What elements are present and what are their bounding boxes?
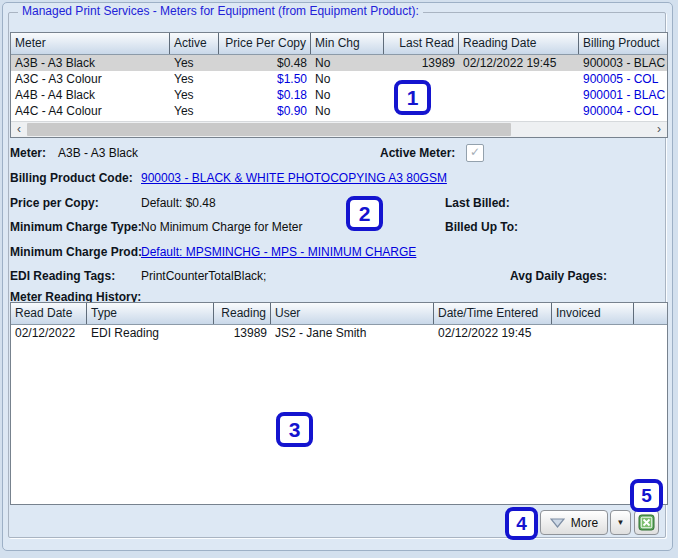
column-header-user[interactable]: User [271,303,434,324]
edi-reading-tags-value: PrintCounterTotalBlack; [141,269,266,283]
meter-value: A3B - A3 Black [58,146,138,160]
annotation-badge-4: 4 [505,507,538,540]
column-header-last-read[interactable]: Last Read [384,33,459,54]
meters-table: Meter Active Price Per Copy Min Chg Last… [10,32,668,138]
horizontal-scrollbar[interactable]: ‹ › [11,121,667,137]
cell-type: EDI Reading [87,325,214,341]
table-row[interactable]: A3B - A3 Black Yes $0.48 No 13989 02/12/… [11,55,667,71]
column-header-min-chg[interactable]: Min Chg [311,33,384,54]
column-header-active[interactable]: Active [170,33,219,54]
billing-product-code-label: Billing Product Code: [10,171,133,185]
table-row[interactable]: A3C - A3 Colour Yes $1.50 No 900005 - CO… [11,71,667,87]
cell-active: Yes [170,55,219,71]
annotation-badge-5: 5 [630,479,663,512]
annotation-badge-2: 2 [346,196,383,231]
column-header-price-per-copy[interactable]: Price Per Copy [219,33,311,54]
avg-daily-pages-label: Avg Daily Pages: [510,269,607,283]
edi-reading-tags-label: EDI Reading Tags: [10,269,115,283]
cell-datetime-entered: 02/12/2022 19:45 [434,325,552,341]
column-header-filler [634,303,667,324]
scroll-right-icon[interactable]: › [651,122,667,137]
cell-user: JS2 - Jane Smith [271,325,434,341]
cell-billing-product: 900003 - BLAC [579,55,668,71]
history-table: Read Date Type Reading User Date/Time En… [10,302,668,505]
cell-price: $0.48 [219,55,311,71]
price-per-copy-value: Default: $0.48 [141,196,216,210]
cell-last-read: 13989 [384,55,459,71]
cell-min-chg: No [311,103,384,119]
column-header-type[interactable]: Type [87,303,214,324]
more-dropdown-button[interactable]: ▼ [610,510,631,535]
column-header-datetime-entered[interactable]: Date/Time Entered [434,303,552,324]
scroll-left-icon[interactable]: ‹ [11,122,27,137]
column-header-reading-date[interactable]: Reading Date [459,33,579,54]
cell-reading-date [459,103,579,119]
billed-up-to-label: Billed Up To: [445,220,518,234]
column-header-meter[interactable]: Meter [11,33,170,54]
mps-meters-window: Managed Print Services - Meters for Equi… [0,0,678,558]
cell-price: $0.90 [219,103,311,119]
dropdown-arrow-icon: ▼ [617,518,625,527]
export-excel-button[interactable] [634,510,659,535]
column-header-read-date[interactable]: Read Date [11,303,87,324]
history-table-header: Read Date Type Reading User Date/Time En… [11,303,667,325]
annotation-badge-1: 1 [394,80,431,115]
cell-invoiced [552,325,634,341]
min-charge-prod-link[interactable]: Default: MPSMINCHG - MPS - MINIMUM CHARG… [141,245,416,259]
column-header-invoiced[interactable]: Invoiced [552,303,634,324]
cell-reading-date: 02/12/2022 19:45 [459,55,579,71]
min-charge-type-label: Minimum Charge Type: [10,220,142,234]
annotation-badge-3: 3 [276,412,313,447]
excel-icon [638,514,655,531]
min-charge-prod-label: Minimum Charge Prod: [10,245,142,259]
meters-table-header: Meter Active Price Per Copy Min Chg Last… [11,33,667,55]
cell-reading-date [459,87,579,103]
cell-active: Yes [170,103,219,119]
cell-min-chg: No [311,87,384,103]
cell-meter: A3B - A3 Black [11,55,170,71]
group-title: Managed Print Services - Meters for Equi… [18,4,423,18]
cell-billing-product: 900001 - BLAC [579,87,668,103]
cell-price: $0.18 [219,87,311,103]
column-header-reading[interactable]: Reading [214,303,271,324]
cell-min-chg: No [311,71,384,87]
more-button-label: More [571,516,598,530]
table-row[interactable]: 02/12/2022 EDI Reading 13989 JS2 - Jane … [11,325,667,341]
cell-billing-product: 900005 - COL [579,71,668,87]
checkmark-icon: ✓ [470,145,480,159]
active-meter-label: Active Meter: [380,146,455,160]
cell-reading: 13989 [214,325,271,341]
scrollbar-thumb[interactable] [27,123,511,136]
meter-label: Meter: [10,146,46,160]
cell-meter: A4B - A4 Black [11,87,170,103]
cell-read-date: 02/12/2022 [11,325,87,341]
more-button[interactable]: More [540,510,608,535]
price-per-copy-label: Price per Copy: [10,196,99,210]
billing-product-code-link[interactable]: 900003 - BLACK & WHITE PHOTOCOPYING A3 8… [141,171,447,185]
cell-reading-date [459,71,579,87]
cell-active: Yes [170,87,219,103]
table-row[interactable]: A4B - A4 Black Yes $0.18 No 900001 - BLA… [11,87,667,103]
cell-meter: A4C - A4 Colour [11,103,170,119]
column-header-billing-product[interactable]: Billing Product [579,33,668,54]
active-meter-checkbox[interactable]: ✓ [466,144,484,162]
min-charge-type-value: No Minimum Charge for Meter [141,220,302,234]
cell-active: Yes [170,71,219,87]
table-row[interactable]: A4C - A4 Colour Yes $0.90 No 900004 - CO… [11,103,667,119]
cell-price: $1.50 [219,71,311,87]
triangle-down-icon [550,518,565,528]
cell-min-chg: No [311,55,384,71]
last-billed-label: Last Billed: [445,196,510,210]
cell-meter: A3C - A3 Colour [11,71,170,87]
cell-billing-product: 900004 - COL [579,103,668,119]
